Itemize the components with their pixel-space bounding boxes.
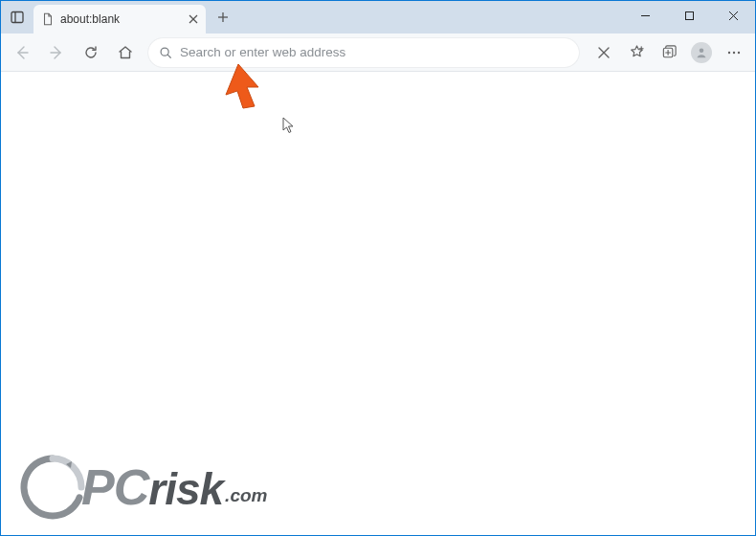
forward-button[interactable] <box>41 37 72 68</box>
collections-icon <box>661 44 678 60</box>
tab-title: about:blank <box>60 12 120 26</box>
close-window-button[interactable] <box>711 1 755 30</box>
svg-point-23 <box>733 51 735 53</box>
svg-point-24 <box>738 51 740 53</box>
window-controls <box>623 1 755 30</box>
home-button[interactable] <box>110 37 141 68</box>
watermark-dotcom: .com <box>225 485 267 506</box>
maximize-button[interactable] <box>667 1 711 30</box>
collections-button[interactable] <box>654 37 684 68</box>
minimize-icon <box>640 11 651 21</box>
browser-tab[interactable]: about:blank <box>33 5 206 34</box>
address-bar[interactable] <box>148 38 579 67</box>
page-icon <box>41 12 55 26</box>
maximize-icon <box>684 11 695 21</box>
minimize-button[interactable] <box>623 1 667 30</box>
plus-icon <box>217 11 229 23</box>
search-icon <box>159 46 172 59</box>
profile-button[interactable] <box>686 37 717 68</box>
svg-rect-7 <box>685 11 693 19</box>
toolbar <box>1 34 755 72</box>
title-bar: about:blank <box>1 1 755 34</box>
arrow-right-icon <box>49 45 64 60</box>
back-button[interactable] <box>7 37 37 68</box>
new-tab-button[interactable] <box>210 4 236 31</box>
toolbar-right <box>589 37 749 68</box>
arrow-left-icon <box>14 45 30 60</box>
svg-point-22 <box>728 51 730 53</box>
refresh-button[interactable] <box>76 37 106 68</box>
stop-clear-button[interactable] <box>589 37 619 68</box>
x-icon <box>597 46 611 59</box>
person-icon <box>695 46 708 59</box>
svg-line-13 <box>167 55 170 57</box>
watermark-swish-icon <box>18 453 87 522</box>
refresh-icon <box>83 45 99 60</box>
watermark: PC risk .com <box>18 453 267 522</box>
tab-actions-icon <box>10 10 25 25</box>
favorites-icon <box>629 44 645 60</box>
avatar <box>691 42 712 63</box>
tab-actions-button[interactable] <box>1 1 33 34</box>
address-input[interactable] <box>180 45 568 59</box>
home-icon <box>118 45 133 60</box>
close-icon <box>728 11 739 21</box>
watermark-risk: risk <box>148 463 223 515</box>
browser-window: about:blank <box>0 0 756 536</box>
svg-point-21 <box>700 48 704 53</box>
menu-button[interactable] <box>719 37 749 68</box>
more-icon <box>726 45 742 60</box>
watermark-pc: PC <box>81 458 148 516</box>
favorites-button[interactable] <box>621 37 652 68</box>
close-tab-icon[interactable] <box>189 14 198 24</box>
svg-rect-0 <box>11 12 23 23</box>
watermark-text: PC risk .com <box>81 458 267 516</box>
